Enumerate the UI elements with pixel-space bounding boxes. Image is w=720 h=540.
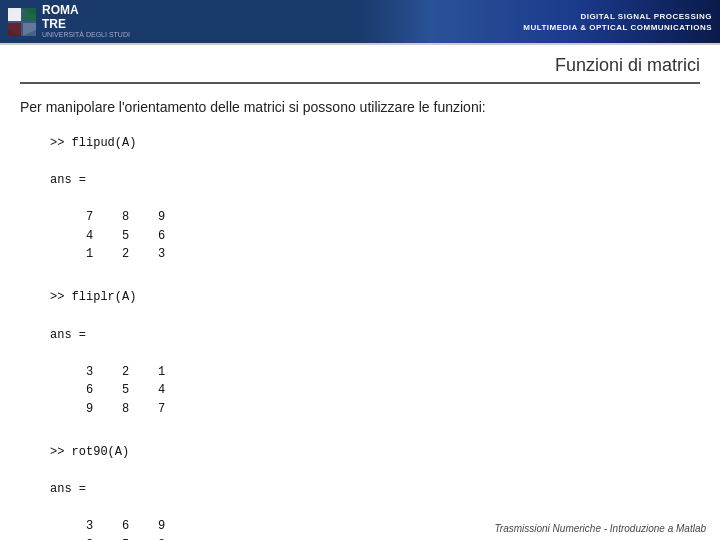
rot90-command: >> rot90(A) bbox=[50, 443, 700, 462]
svg-rect-4 bbox=[8, 23, 21, 36]
fliplr-row-1: 3 2 1 bbox=[50, 363, 700, 382]
footer-text: Trasmissioni Numeriche - Introduzione a … bbox=[494, 523, 706, 534]
logo-text: ROMA TRE UNIVERSITÀ DEGLI STUDI bbox=[42, 4, 130, 38]
fliplr-row-2: 6 5 4 bbox=[50, 381, 700, 400]
flipud-row-1: 7 8 9 bbox=[50, 208, 700, 227]
rot90-ans-eq: ans = bbox=[50, 480, 700, 499]
flipud-ans-label bbox=[50, 152, 700, 171]
rot90-row-2: 2 5 8 bbox=[50, 536, 700, 540]
svg-rect-5 bbox=[23, 23, 36, 36]
flipud-ans-blank bbox=[50, 189, 700, 208]
fliplr-row-3: 9 8 7 bbox=[50, 400, 700, 419]
flipud-section: >> flipud(A) ans = 7 8 9 4 5 6 1 2 3 bbox=[50, 134, 700, 264]
flipud-row-3: 1 2 3 bbox=[50, 245, 700, 264]
code-block: >> flipud(A) ans = 7 8 9 4 5 6 1 2 3 >> … bbox=[20, 134, 700, 540]
fliplr-command: >> fliplr(A) bbox=[50, 288, 700, 307]
main-content: Funzioni di matrici Per manipolare l'ori… bbox=[0, 45, 720, 540]
header-left: ROMA TRE UNIVERSITÀ DEGLI STUDI bbox=[0, 4, 130, 38]
flipud-row-2: 4 5 6 bbox=[50, 227, 700, 246]
page-title: Funzioni di matrici bbox=[20, 55, 700, 84]
flipud-ans-eq: ans = bbox=[50, 171, 700, 190]
intro-text: Per manipolare l'orientamento delle matr… bbox=[20, 98, 700, 118]
logo-icon bbox=[6, 6, 38, 38]
svg-rect-2 bbox=[8, 8, 21, 21]
svg-rect-3 bbox=[23, 8, 36, 21]
fliplr-ans-eq: ans = bbox=[50, 326, 700, 345]
fliplr-section: >> fliplr(A) ans = 3 2 1 6 5 4 9 8 7 bbox=[50, 288, 700, 418]
flipud-command: >> flipud(A) bbox=[50, 134, 700, 153]
header: ROMA TRE UNIVERSITÀ DEGLI STUDI DIGITAL … bbox=[0, 0, 720, 43]
header-right: DIGITAL SIGNAL PROCESSING MULTIMEDIA & O… bbox=[523, 10, 712, 32]
